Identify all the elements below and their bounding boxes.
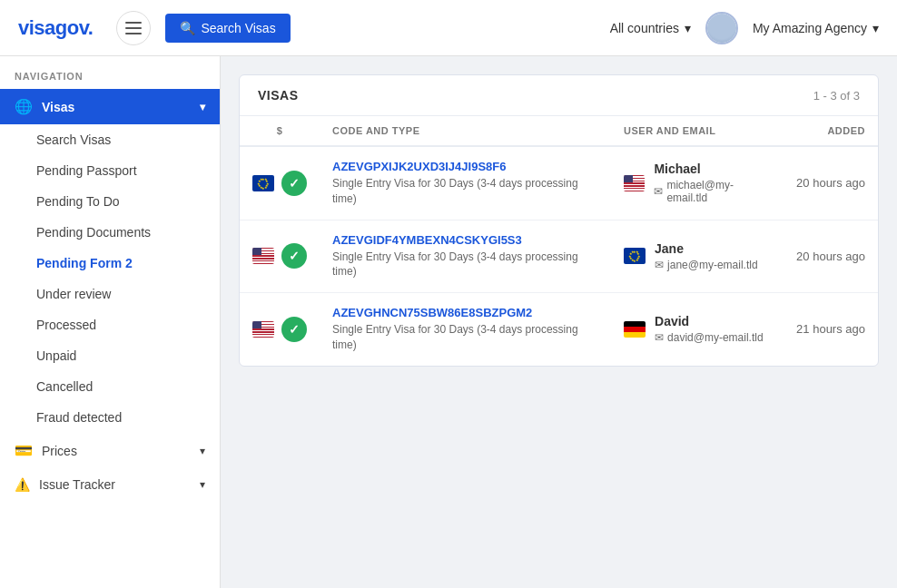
visa-code-link[interactable]: AZEVGIDF4YMBEXN4CSKYGI5S3: [332, 233, 598, 247]
chevron-down-icon: ▾: [872, 21, 879, 35]
sidebar: NAVIGATION 🌐 Visas ▾ Search Visas Pendin…: [0, 56, 221, 588]
flags-cell: ✓: [240, 220, 320, 293]
table-row: ✓ AZEVGHNCN75SBW86E8SBZPGM2 Single Entry…: [240, 293, 878, 366]
menu-line: [125, 22, 142, 24]
search-icon: 🔍: [180, 21, 195, 35]
added-cell: 20 hours ago: [784, 220, 878, 293]
search-button-label: Search Visas: [201, 21, 275, 35]
sidebar-item-cancelled[interactable]: Cancelled: [0, 371, 220, 402]
sidebar-item-issue-tracker[interactable]: ⚠️ Issue Tracker ▾: [0, 468, 220, 501]
user-email: ✉ jane@my-email.tld: [655, 259, 758, 271]
flags-cell: ✓: [240, 293, 320, 366]
sidebar-item-fraud-detected[interactable]: Fraud detected: [0, 402, 220, 433]
user-name: Jane: [655, 241, 758, 256]
sidebar-item-search-visas[interactable]: Search Visas: [0, 124, 220, 155]
user-flag-icon: ★★★★★★★★★★★★: [624, 248, 646, 264]
col-added-header: ADDED: [784, 116, 878, 146]
user-name: David: [655, 314, 764, 328]
table-header-row: $ CODE AND TYPE USER AND EMAIL ADDED: [240, 116, 878, 146]
alert-icon: ⚠️: [15, 477, 30, 492]
main-content: VISAS 1 - 3 of 3 $ CODE AND TYPE USER AN…: [221, 56, 897, 588]
col-dollar-header: $: [240, 116, 320, 146]
table-row: ✓ AZEVGIDF4YMBEXN4CSKYGI5S3 Single Entry…: [240, 220, 878, 293]
user-flag-icon: [624, 321, 646, 338]
origin-flag-icon: [252, 248, 274, 264]
visa-code-link[interactable]: AZEVGPXIJK2UXD3IJ4JI9S8F6: [332, 160, 598, 173]
col-code-type-header: CODE AND TYPE: [320, 116, 611, 146]
countries-label: All countries: [610, 21, 679, 35]
visa-description: Single Entry Visa for 30 Days (3-4 days …: [332, 176, 598, 207]
envelope-icon: ✉: [655, 259, 664, 271]
avatar: [705, 12, 738, 44]
sidebar-item-visas[interactable]: 🌐 Visas ▾: [0, 89, 220, 124]
card-title: VISAS: [258, 88, 299, 103]
svg-text:★: ★: [260, 178, 263, 181]
table-row: ★★★★★★★★★★★★ ✓ AZEVGPXIJK2UXD3IJ4JI9S8F6…: [240, 146, 878, 220]
sidebar-item-under-review[interactable]: Under review: [0, 279, 220, 309]
sidebar-item-pending-to-do[interactable]: Pending To Do: [0, 186, 220, 217]
added-cell: 20 hours ago: [784, 146, 878, 220]
col-user-email-header: USER AND EMAIL: [611, 116, 784, 146]
visas-table: $ CODE AND TYPE USER AND EMAIL ADDED ★★★…: [240, 116, 878, 366]
visa-description: Single Entry Visa for 30 Days (3-4 days …: [332, 322, 598, 353]
user-info: David ✉ david@my-email.tld: [655, 314, 764, 344]
user-cell: David ✉ david@my-email.tld: [611, 293, 784, 366]
user-cell: Michael ✉ michael@my-email.tld: [611, 146, 784, 220]
check-icon: ✓: [281, 317, 307, 342]
credit-card-icon: 💳: [15, 442, 33, 459]
chevron-down-icon: ▾: [200, 445, 205, 457]
envelope-icon: ✉: [654, 185, 663, 198]
sidebar-item-pending-documents[interactable]: Pending Documents: [0, 217, 220, 248]
user-flag-icon: [624, 175, 645, 191]
menu-line: [125, 33, 142, 34]
logo: visagov.: [18, 16, 93, 40]
sidebar-item-pending-passport[interactable]: Pending Passport: [0, 155, 220, 186]
visa-code-link[interactable]: AZEVGHNCN75SBW86E8SBZPGM2: [332, 306, 598, 319]
chevron-down-icon: ▾: [685, 21, 691, 35]
layout: NAVIGATION 🌐 Visas ▾ Search Visas Pendin…: [0, 56, 897, 588]
user-email: ✉ michael@my-email.tld: [654, 179, 771, 204]
check-icon: ✓: [281, 243, 307, 269]
sidebar-item-pending-form-2[interactable]: Pending Form 2: [0, 248, 220, 279]
menu-button[interactable]: [116, 11, 151, 45]
flags-cell: ★★★★★★★★★★★★ ✓: [240, 146, 320, 220]
sidebar-item-label: Issue Tracker: [39, 477, 115, 492]
avatar-image: [707, 14, 736, 43]
user-info: Michael ✉ michael@my-email.tld: [654, 162, 771, 204]
search-visas-button[interactable]: 🔍 Search Visas: [165, 14, 290, 43]
visa-description: Single Entry Visa for 30 Days (3-4 days …: [332, 250, 598, 280]
chevron-down-icon: ▾: [200, 101, 205, 113]
agency-name-label: My Amazing Agency: [753, 21, 867, 35]
visas-card: VISAS 1 - 3 of 3 $ CODE AND TYPE USER AN…: [239, 74, 879, 367]
svg-text:★: ★: [631, 251, 635, 255]
check-icon: ✓: [281, 171, 307, 196]
origin-flag-icon: [252, 321, 274, 338]
globe-icon: 🌐: [15, 98, 33, 115]
pagination-label: 1 - 3 of 3: [813, 89, 860, 103]
chevron-down-icon: ▾: [200, 478, 205, 491]
card-header: VISAS 1 - 3 of 3: [240, 75, 878, 116]
countries-dropdown[interactable]: All countries ▾: [610, 21, 691, 35]
agency-dropdown[interactable]: My Amazing Agency ▾: [753, 21, 879, 35]
user-email: ✉ david@my-email.tld: [655, 331, 764, 344]
sidebar-item-label: Visas: [42, 100, 74, 114]
sidebar-item-unpaid[interactable]: Unpaid: [0, 340, 220, 371]
sidebar-item-processed[interactable]: Processed: [0, 309, 220, 340]
user-cell: ★★★★★★★★★★★★ Jane ✉ jane@my-email.tld: [611, 220, 784, 293]
sidebar-item-label: Prices: [42, 444, 77, 458]
menu-line: [125, 27, 142, 29]
added-cell: 21 hours ago: [784, 293, 878, 366]
code-cell: AZEVGIDF4YMBEXN4CSKYGI5S3 Single Entry V…: [320, 220, 611, 293]
code-cell: AZEVGPXIJK2UXD3IJ4JI9S8F6 Single Entry V…: [320, 146, 611, 220]
user-name: Michael: [654, 162, 771, 176]
header: visagov. 🔍 Search Visas All countries ▾ …: [0, 0, 897, 56]
user-info: Jane ✉ jane@my-email.tld: [655, 241, 758, 271]
nav-label: NAVIGATION: [0, 56, 220, 89]
envelope-icon: ✉: [655, 331, 664, 344]
header-right: All countries ▾ My Amazing Agency ▾: [610, 12, 879, 44]
origin-flag-icon: ★★★★★★★★★★★★: [252, 175, 274, 191]
sidebar-item-prices[interactable]: 💳 Prices ▾: [0, 433, 220, 468]
code-cell: AZEVGHNCN75SBW86E8SBZPGM2 Single Entry V…: [320, 293, 611, 366]
